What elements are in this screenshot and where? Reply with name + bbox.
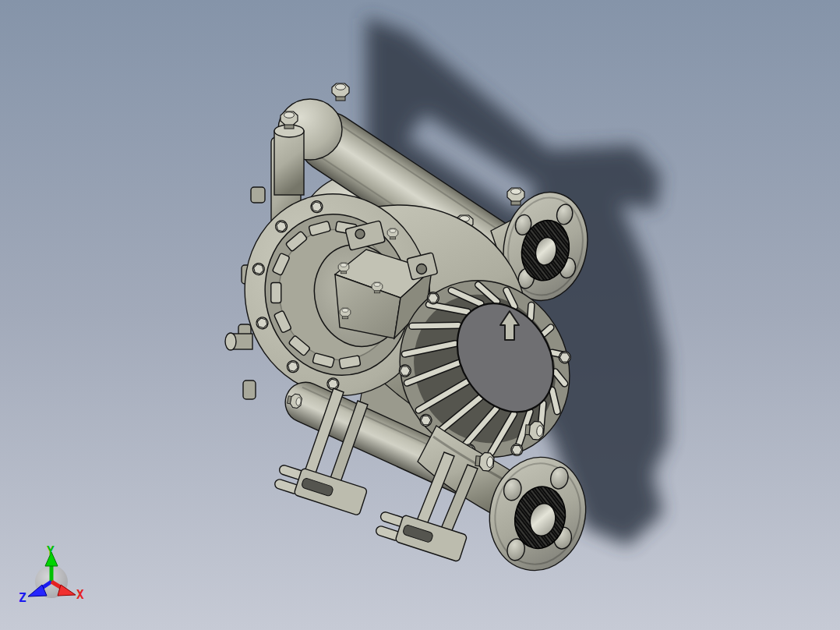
x-axis-label: X bbox=[76, 587, 84, 602]
z-axis-label: Z bbox=[19, 590, 26, 605]
model-render-canvas[interactable]: Y Z X bbox=[0, 0, 840, 630]
y-axis-label: Y bbox=[47, 543, 55, 558]
drain-plug bbox=[225, 333, 252, 350]
cad-viewport[interactable]: Y Z X bbox=[0, 0, 840, 630]
